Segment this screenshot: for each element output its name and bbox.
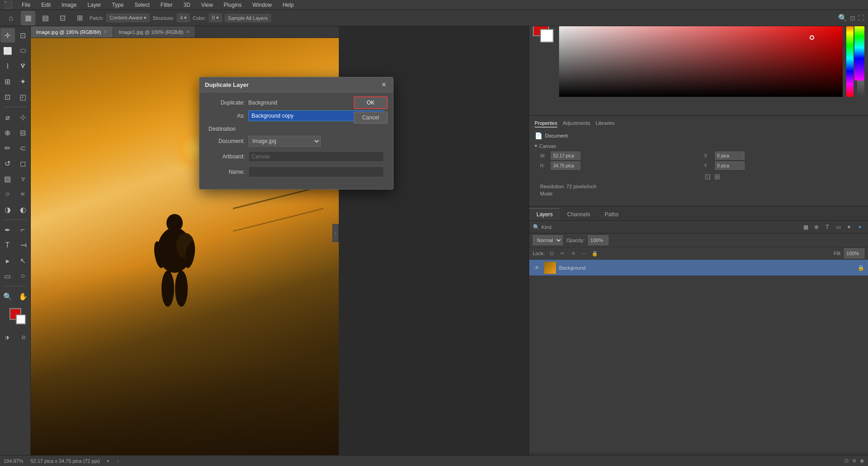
path-selection-tool[interactable]: ▸ bbox=[0, 253, 15, 268]
layer-filter-shape[interactable]: ▭ bbox=[834, 223, 843, 232]
tab-layers[interactable]: Layers bbox=[529, 208, 560, 220]
tab-close-image2[interactable]: ✕ bbox=[186, 29, 190, 34]
tab-close-image1[interactable]: ✕ bbox=[104, 29, 107, 34]
patch-options[interactable]: ▤ bbox=[38, 11, 52, 25]
lock-artboard-btn[interactable]: ✛ bbox=[569, 249, 577, 257]
move-tool[interactable]: ✛ bbox=[0, 28, 15, 43]
dialog-cancel-button[interactable]: Cancel bbox=[354, 112, 388, 124]
tab-adjustments[interactable]: Adjustments bbox=[563, 119, 590, 128]
width-input[interactable] bbox=[551, 152, 580, 160]
eyedropper-tool[interactable]: ⌀ bbox=[0, 110, 15, 124]
menu-select[interactable]: Select bbox=[133, 1, 151, 9]
slice-tool[interactable]: ◰ bbox=[16, 90, 30, 104]
menu-file[interactable]: File bbox=[20, 1, 32, 9]
polygon-lasso-tool[interactable]: ⛛ bbox=[16, 59, 30, 73]
color-sampler-tool[interactable]: ⊹ bbox=[16, 110, 30, 124]
lock-all-btn[interactable]: 🔒 bbox=[591, 249, 599, 257]
ellipse-shape-tool[interactable]: ○ bbox=[16, 269, 30, 283]
dialog-ok-button[interactable]: OK bbox=[354, 96, 388, 109]
layer-item-background[interactable]: 👁 Background 🔒 bbox=[529, 260, 868, 276]
menu-help[interactable]: Help bbox=[281, 1, 296, 9]
fill-input[interactable] bbox=[844, 248, 864, 258]
hand-tool[interactable]: ✋ bbox=[16, 289, 30, 304]
lock-position-btn[interactable]: ✏ bbox=[558, 249, 566, 257]
tab-image2[interactable]: Image1.jpg @ 100% (RGB/8) ✕ bbox=[113, 26, 195, 38]
status-scroll[interactable]: ‹ bbox=[117, 458, 119, 464]
tab-properties[interactable]: Properties bbox=[535, 119, 557, 128]
quick-mask-tool[interactable]: ◑ bbox=[0, 330, 14, 344]
menu-filter[interactable]: Filter bbox=[159, 1, 175, 9]
lock-artboard2-btn[interactable]: ↔ bbox=[580, 249, 588, 257]
height-input[interactable] bbox=[551, 162, 580, 170]
tab-paths[interactable]: Paths bbox=[598, 209, 626, 220]
pen-tool[interactable]: ✒ bbox=[0, 223, 15, 237]
paint-bucket-tool[interactable]: ▿ bbox=[16, 171, 30, 186]
freeform-pen-tool[interactable]: ⌐ bbox=[16, 223, 30, 237]
opacity-input[interactable] bbox=[588, 235, 608, 245]
tab-libraries[interactable]: Libraries bbox=[596, 119, 615, 128]
status-arrow[interactable]: ▸ bbox=[107, 458, 110, 464]
y-input[interactable] bbox=[715, 162, 745, 170]
patch-mode-select[interactable]: Content-Aware ▾ bbox=[106, 14, 150, 22]
layer-filter-adj[interactable]: ⊕ bbox=[812, 223, 821, 232]
healing-brush-tool[interactable]: ⊕ bbox=[0, 125, 15, 140]
structure-input[interactable]: 4 ▾ bbox=[177, 14, 190, 22]
smudge-tool[interactable]: ≈ bbox=[16, 187, 30, 201]
menu-window[interactable]: Window bbox=[251, 1, 274, 9]
patch-tool-icon[interactable]: ▦ bbox=[21, 11, 35, 25]
marquee-rect-tool[interactable]: ⬜ bbox=[0, 43, 15, 58]
zoom-tool[interactable]: 🔍 bbox=[0, 289, 15, 304]
x-input[interactable] bbox=[715, 152, 745, 160]
background-color-swatch[interactable] bbox=[16, 314, 26, 324]
blend-mode-select[interactable]: Normal bbox=[533, 235, 563, 245]
tab-image1[interactable]: Image.jpg @ 195% (RGB/8#) ✕ bbox=[31, 26, 113, 38]
quick-select-tool[interactable]: ✦ bbox=[16, 74, 30, 89]
color-input[interactable]: 0 ▾ bbox=[209, 14, 222, 22]
canvas-chevron[interactable]: ▾ bbox=[535, 143, 537, 149]
edit-mode-tool[interactable]: ⊡ bbox=[16, 330, 31, 344]
menu-image[interactable]: Image bbox=[60, 1, 78, 9]
menu-view[interactable]: View bbox=[199, 1, 215, 9]
layer-visibility-toggle[interactable]: 👁 bbox=[533, 264, 541, 272]
tab-channels[interactable]: Channels bbox=[560, 209, 598, 220]
eraser-tool[interactable]: ◻ bbox=[16, 156, 30, 171]
patch-btn2[interactable]: ⊡ bbox=[55, 11, 70, 25]
layer-filter-type[interactable]: T bbox=[823, 223, 832, 232]
panel-collapse-button[interactable]: ‹ bbox=[332, 224, 339, 242]
dialog-close-button[interactable]: ✕ bbox=[380, 81, 388, 88]
menu-layer[interactable]: Layer bbox=[85, 1, 103, 9]
brush-tool[interactable]: ✏ bbox=[0, 141, 15, 155]
layer-filter-dot[interactable]: • bbox=[855, 223, 864, 232]
object-select-tool[interactable]: ⊞ bbox=[0, 74, 15, 89]
document-select[interactable]: Image.jpg bbox=[248, 136, 321, 147]
menu-3d[interactable]: 3D bbox=[181, 1, 192, 9]
menu-type[interactable]: Type bbox=[110, 1, 125, 9]
menu-edit[interactable]: Edit bbox=[39, 1, 52, 9]
home-tool[interactable]: ⌂ bbox=[4, 11, 18, 25]
rectangle-shape-tool[interactable]: ▭ bbox=[0, 269, 15, 283]
vertical-type-tool[interactable]: T bbox=[16, 238, 30, 252]
hue-slider[interactable] bbox=[846, 20, 854, 97]
sample-all-layers-btn[interactable]: Sample All Layers bbox=[225, 14, 271, 22]
layer-filter-smart[interactable]: ✦ bbox=[844, 223, 854, 232]
gradient-tool[interactable]: ▨ bbox=[0, 171, 15, 186]
layer-filter-pixel[interactable]: ▦ bbox=[801, 223, 810, 232]
blur-tool[interactable]: ○ bbox=[0, 187, 15, 201]
type-tool[interactable]: T bbox=[0, 238, 15, 252]
lasso-tool[interactable]: ⌇ bbox=[0, 59, 15, 73]
artboard-tool[interactable]: ⊡ bbox=[16, 28, 30, 43]
burn-tool[interactable]: ◐ bbox=[16, 202, 30, 217]
crop-tool[interactable]: ⊡ bbox=[0, 90, 15, 104]
lock-pixels-btn[interactable]: ⊡ bbox=[547, 249, 555, 257]
menu-plugins[interactable]: Plugins bbox=[222, 1, 243, 9]
marquee-ellipse-tool[interactable]: ⬭ bbox=[16, 43, 30, 58]
direct-selection-tool[interactable]: ↖ bbox=[16, 253, 30, 268]
clone-stamp-tool[interactable]: ⊂ bbox=[16, 141, 30, 155]
name-input[interactable] bbox=[248, 166, 384, 177]
patch-tool-left[interactable]: ⊟ bbox=[16, 125, 30, 140]
color-picker-gradient[interactable] bbox=[559, 20, 843, 97]
dodge-tool[interactable]: ◑ bbox=[0, 202, 15, 217]
history-brush-tool[interactable]: ↺ bbox=[0, 156, 15, 171]
patch-btn3[interactable]: ⊞ bbox=[72, 11, 87, 25]
background-color[interactable] bbox=[540, 29, 554, 43]
